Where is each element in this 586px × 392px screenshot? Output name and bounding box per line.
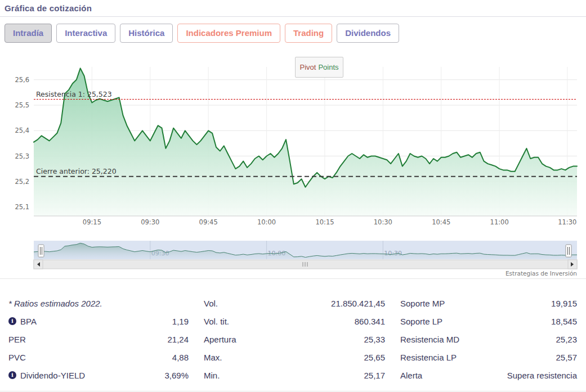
stat-value: 25,23 bbox=[556, 335, 577, 344]
y-axis-label: 25,5 bbox=[15, 101, 29, 109]
tab-bar: IntradíaInteractivaHistóricaIndicadores … bbox=[0, 17, 586, 43]
stat-row: Min.25,17 bbox=[204, 366, 385, 384]
stat-label: Max. bbox=[204, 353, 222, 362]
stat-label: PER bbox=[8, 335, 26, 344]
x-axis-label: 11:30 bbox=[558, 218, 576, 226]
stat-label: Vol. tit. bbox=[204, 317, 229, 326]
stat-label: Soporte LP bbox=[400, 317, 442, 326]
stat-label: Min. bbox=[204, 371, 220, 380]
stat-value: 19,915 bbox=[551, 299, 577, 308]
stat-value: Supera resistencia bbox=[507, 371, 577, 380]
stat-row: Max.25,65 bbox=[204, 348, 385, 366]
y-axis-label: 25,2 bbox=[15, 178, 29, 186]
stat-row: Soporte MP19,915 bbox=[400, 294, 577, 312]
y-axis-label: 25,4 bbox=[15, 127, 29, 134]
stat-value: 860.341 bbox=[355, 317, 385, 326]
stat-label: Resistencia LP bbox=[400, 353, 457, 362]
stat-value: 25,57 bbox=[556, 353, 577, 362]
tab-hist-rica[interactable]: Histórica bbox=[120, 24, 173, 43]
stat-value: 25,17 bbox=[364, 371, 385, 380]
x-axis-label: 09:30 bbox=[141, 218, 159, 226]
stat-row: Apertura25,33 bbox=[204, 330, 385, 348]
stat-value: 18,545 bbox=[551, 317, 577, 326]
stat-value: 25,65 bbox=[364, 353, 385, 362]
stat-value: 21.850.421,45 bbox=[331, 299, 385, 308]
pivot-points-label-1: Pivot bbox=[299, 63, 316, 71]
stat-value: 25,33 bbox=[364, 335, 385, 344]
stat-value: 1,19 bbox=[172, 317, 189, 326]
stat-row: * Ratios estimados 2022. bbox=[8, 294, 189, 312]
price-area-fill bbox=[34, 68, 577, 216]
stat-row: iBPA1,19 bbox=[8, 312, 189, 330]
quote-stats-table: * Ratios estimados 2022.iBPA1,19PER21,24… bbox=[0, 278, 586, 391]
page-title: Gráfica de cotización bbox=[5, 3, 92, 13]
navigator-handle-left[interactable] bbox=[38, 245, 44, 257]
stat-label: Apertura bbox=[204, 335, 236, 344]
tab-trading[interactable]: Trading bbox=[285, 24, 332, 43]
stat-row: Vol.21.850.421,45 bbox=[204, 294, 385, 312]
x-axis-label: 10:00 bbox=[257, 218, 276, 226]
tab-intrad-a[interactable]: Intradía bbox=[5, 24, 52, 43]
stat-label: iDividendo-YIELD bbox=[8, 371, 85, 380]
pivot-points-label-2: Points bbox=[318, 63, 338, 71]
stat-row: Resistencia MD25,23 bbox=[400, 330, 577, 348]
stat-row: Resistencia LP25,57 bbox=[400, 348, 577, 366]
stat-row: PER21,24 bbox=[8, 330, 189, 348]
info-icon[interactable]: i bbox=[8, 317, 16, 325]
stat-label: * Ratios estimados 2022. bbox=[8, 299, 102, 308]
x-axis-label: 09:15 bbox=[83, 218, 101, 226]
y-axis-label: 25,6 bbox=[15, 76, 29, 84]
x-axis-label: 10:30 bbox=[374, 218, 392, 226]
tab-dividendos[interactable]: Dividendos bbox=[337, 24, 399, 43]
x-axis-label: 11:00 bbox=[490, 218, 509, 226]
stats-column-3: Soporte MP19,915Soporte LP18,545Resisten… bbox=[400, 294, 577, 384]
intraday-chart-container: 25,125,225,325,425,525,609:1509:3009:451… bbox=[0, 51, 586, 277]
tab-interactiva[interactable]: Interactiva bbox=[56, 24, 115, 43]
x-axis-label: 09:45 bbox=[199, 218, 218, 226]
info-icon[interactable]: i bbox=[8, 371, 16, 379]
y-axis-label: 25,1 bbox=[15, 203, 29, 211]
stat-label: Soporte MP bbox=[400, 299, 445, 308]
chart-credit: Estrategias de Inversión bbox=[506, 270, 577, 277]
stats-column-1: * Ratios estimados 2022.iBPA1,19PER21,24… bbox=[8, 294, 189, 384]
intraday-price-chart: 25,125,225,325,425,525,609:1509:3009:451… bbox=[0, 51, 586, 277]
stat-label: iBPA bbox=[8, 317, 37, 326]
stat-row: PVC4,88 bbox=[8, 348, 189, 366]
stat-value: 4,88 bbox=[172, 353, 189, 362]
stats-column-2: Vol.21.850.421,45Vol. tit.860.341Apertur… bbox=[204, 294, 385, 384]
pivot-points-button[interactable]: Pivot Points bbox=[295, 57, 343, 78]
tab-indicadores-premium[interactable]: Indicadores Premium bbox=[177, 24, 280, 43]
stat-row: Soporte LP18,545 bbox=[400, 312, 577, 330]
stat-row: AlertaSupera resistencia bbox=[400, 366, 577, 384]
stat-value: 3,69% bbox=[164, 371, 189, 380]
y-axis-label: 25,3 bbox=[15, 152, 29, 160]
stat-label: Alerta bbox=[400, 371, 422, 380]
stat-label: Resistencia MD bbox=[400, 335, 459, 344]
previous-close-label: Cierre anterior: 25,220 bbox=[36, 167, 117, 175]
stat-value: 21,24 bbox=[167, 335, 189, 344]
stat-row: Vol. tit.860.341 bbox=[204, 312, 385, 330]
navigator-handle-right[interactable] bbox=[566, 245, 571, 257]
resistance-label: Resistencia 1: 25,523 bbox=[36, 90, 112, 98]
stat-row: iDividendo-YIELD3,69% bbox=[8, 366, 189, 384]
stat-label: Vol. bbox=[204, 299, 218, 308]
x-axis-label: 10:15 bbox=[315, 218, 334, 226]
x-axis-label: 10:45 bbox=[432, 218, 450, 226]
page-header: Gráfica de cotización bbox=[0, 0, 586, 17]
stat-label: PVC bbox=[8, 353, 26, 362]
